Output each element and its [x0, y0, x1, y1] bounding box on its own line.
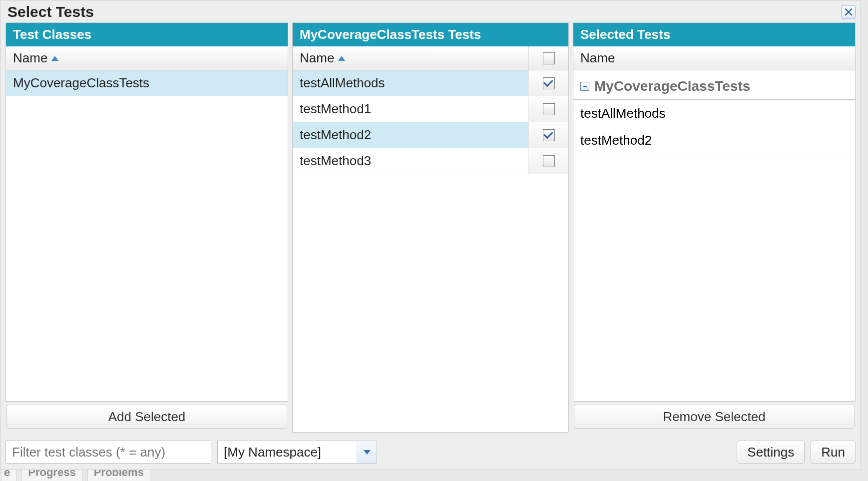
dialog-title: Select Tests	[7, 3, 94, 20]
tests-panel: MyCoverageClassTests Tests Name testAllM…	[292, 22, 569, 433]
test-classes-list: MyCoverageClassTests	[6, 70, 288, 401]
filter-input[interactable]	[5, 441, 211, 464]
namespace-value: [My Namespace]	[218, 445, 357, 460]
tests-check-column	[528, 46, 568, 70]
test-method-name: testAllMethods	[293, 75, 528, 91]
test-classes-panel: Test Classes Name MyCoverageClassTests	[5, 22, 288, 402]
panels-row: Test Classes Name MyCoverageClassTests A…	[0, 22, 861, 433]
chevron-down-icon	[364, 450, 371, 455]
selected-test-row[interactable]: testAllMethods	[573, 100, 855, 127]
test-method-check-cell	[528, 148, 568, 174]
test-method-row[interactable]: testMethod1	[293, 96, 568, 122]
test-method-check-cell	[528, 70, 568, 96]
dialog-titlebar: Select Tests	[0, 0, 861, 22]
test-method-check-cell	[528, 96, 568, 122]
tests-header: MyCoverageClassTests Tests	[293, 23, 568, 46]
column-name-label: Name	[300, 50, 334, 66]
column-name-label: Name	[13, 50, 47, 66]
selected-tests-column-header[interactable]: Name	[573, 46, 855, 70]
collapse-icon[interactable]: −	[580, 82, 589, 91]
remove-selected-button[interactable]: Remove Selected	[574, 405, 855, 429]
test-method-name: testMethod3	[293, 153, 528, 169]
close-button[interactable]	[842, 5, 856, 19]
add-selected-button[interactable]: Add Selected	[6, 405, 287, 429]
test-classes-column-header[interactable]: Name	[6, 46, 288, 70]
bottom-bar: [My Namespace] Settings Run	[5, 439, 856, 466]
test-method-name: testMethod1	[293, 101, 528, 117]
selected-group-row: − MyCoverageClassTests	[573, 75, 855, 100]
test-method-row[interactable]: testAllMethods	[293, 70, 568, 96]
tests-list: testAllMethodstestMethod1testMethod2test…	[293, 70, 568, 432]
select-all-checkbox[interactable]	[543, 52, 555, 64]
sort-asc-icon	[338, 56, 345, 61]
selected-test-row[interactable]: testMethod2	[573, 127, 855, 154]
selected-group-name: MyCoverageClassTests	[594, 78, 750, 94]
tests-name-column[interactable]: Name	[293, 50, 528, 66]
test-class-name: MyCoverageClassTests	[6, 75, 288, 91]
tests-column-header: Name	[293, 46, 568, 70]
settings-button[interactable]: Settings	[737, 441, 805, 464]
test-method-name: testMethod2	[293, 127, 528, 143]
test-method-check-cell	[528, 122, 568, 148]
close-icon	[844, 7, 853, 16]
right-column: Selected Tests Name − MyCoverageClassTes…	[573, 22, 856, 433]
test-method-checkbox[interactable]	[543, 155, 555, 167]
column-name-label: Name	[580, 50, 615, 66]
test-class-row[interactable]: MyCoverageClassTests	[6, 70, 288, 96]
sort-asc-icon	[51, 56, 58, 61]
selected-tests-list: − MyCoverageClassTests testAllMethodstes…	[573, 70, 855, 401]
test-method-row[interactable]: testMethod2	[293, 122, 568, 148]
selected-tests-panel: Selected Tests Name − MyCoverageClassTes…	[573, 22, 856, 402]
namespace-dropdown[interactable]: [My Namespace]	[217, 441, 377, 464]
selected-tests-header: Selected Tests	[573, 23, 855, 46]
test-classes-header: Test Classes	[6, 23, 288, 46]
select-tests-dialog: Select Tests Test Classes Name MyCoverag…	[0, 0, 861, 470]
dropdown-button[interactable]	[357, 441, 377, 463]
test-method-checkbox[interactable]	[543, 129, 555, 141]
run-button[interactable]: Run	[811, 441, 856, 464]
test-method-checkbox[interactable]	[543, 103, 555, 115]
test-method-row[interactable]: testMethod3	[293, 148, 568, 174]
left-column: Test Classes Name MyCoverageClassTests A…	[5, 22, 288, 433]
test-method-checkbox[interactable]	[543, 77, 555, 89]
